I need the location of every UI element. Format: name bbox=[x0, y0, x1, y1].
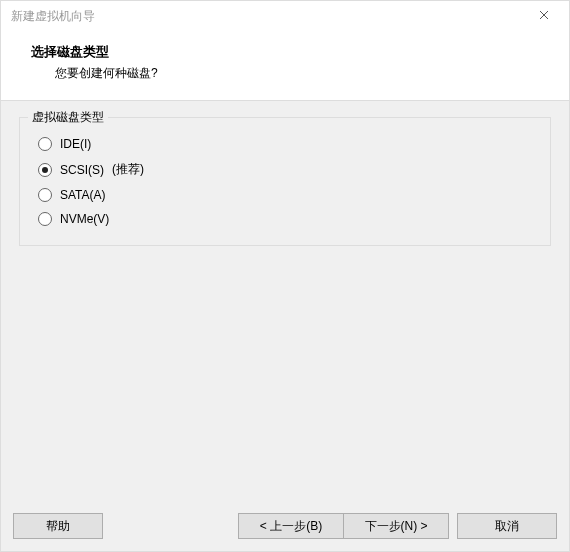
close-icon bbox=[539, 9, 549, 23]
wizard-header: 选择磁盘类型 您要创建何种磁盘? bbox=[1, 31, 569, 100]
radio-label: NVMe(V) bbox=[60, 212, 109, 226]
titlebar: 新建虚拟机向导 bbox=[1, 1, 569, 31]
wizard-content: 虚拟磁盘类型 IDE(I) SCSI(S) (推荐) SATA(A) NVMe(… bbox=[1, 101, 569, 503]
wizard-footer: 帮助 < 上一步(B) 下一步(N) > 取消 bbox=[1, 503, 569, 551]
cancel-button[interactable]: 取消 bbox=[457, 513, 557, 539]
radio-icon bbox=[38, 163, 52, 177]
radio-option-ide[interactable]: IDE(I) bbox=[34, 132, 536, 156]
radio-option-scsi[interactable]: SCSI(S) (推荐) bbox=[34, 156, 536, 183]
radio-icon bbox=[38, 137, 52, 151]
nav-button-group: < 上一步(B) 下一步(N) > bbox=[238, 513, 449, 539]
page-title: 选择磁盘类型 bbox=[31, 43, 539, 61]
radio-option-sata[interactable]: SATA(A) bbox=[34, 183, 536, 207]
radio-option-nvme[interactable]: NVMe(V) bbox=[34, 207, 536, 231]
radio-icon bbox=[38, 212, 52, 226]
window-title: 新建虚拟机向导 bbox=[11, 8, 527, 25]
next-button[interactable]: 下一步(N) > bbox=[343, 513, 449, 539]
close-button[interactable] bbox=[527, 4, 561, 28]
page-subtitle: 您要创建何种磁盘? bbox=[31, 65, 539, 82]
wizard-window: 新建虚拟机向导 选择磁盘类型 您要创建何种磁盘? 虚拟磁盘类型 IDE(I) S… bbox=[0, 0, 570, 552]
radio-icon bbox=[38, 188, 52, 202]
back-button[interactable]: < 上一步(B) bbox=[238, 513, 344, 539]
radio-label: SCSI(S) bbox=[60, 163, 104, 177]
radio-suffix: (推荐) bbox=[112, 161, 144, 178]
group-legend: 虚拟磁盘类型 bbox=[28, 109, 108, 126]
help-button[interactable]: 帮助 bbox=[13, 513, 103, 539]
disk-type-group: 虚拟磁盘类型 IDE(I) SCSI(S) (推荐) SATA(A) NVMe(… bbox=[19, 117, 551, 246]
radio-label: SATA(A) bbox=[60, 188, 106, 202]
radio-label: IDE(I) bbox=[60, 137, 91, 151]
